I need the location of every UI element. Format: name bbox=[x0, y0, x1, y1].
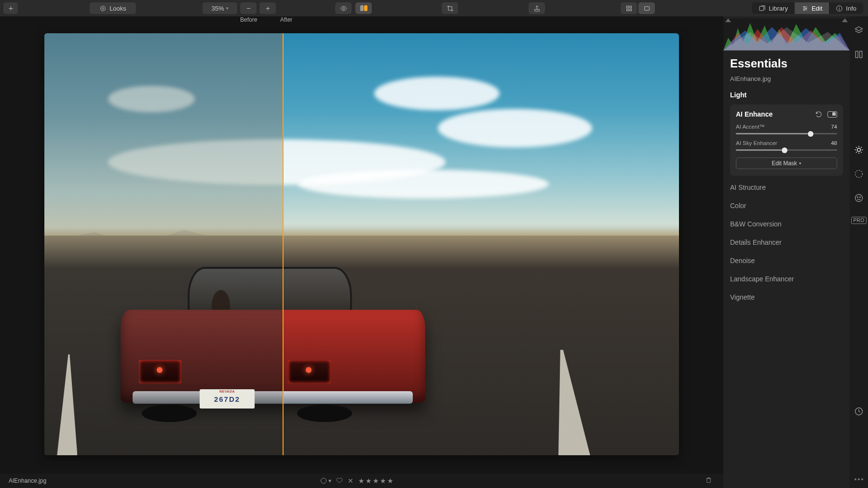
svg-rect-11 bbox=[626, 9, 628, 11]
single-view-button[interactable] bbox=[638, 2, 655, 14]
tool-rail: PRO bbox=[850, 16, 868, 488]
tab-library[interactable]: Library bbox=[752, 2, 795, 14]
top-toolbar: Looks 35% ▾ Library Edit bbox=[0, 0, 868, 16]
looks-button[interactable]: Looks bbox=[90, 2, 136, 14]
grid-view-button[interactable] bbox=[621, 2, 637, 14]
svg-rect-9 bbox=[626, 6, 628, 8]
ai-accent-slider[interactable]: AI Accent™ 74 bbox=[736, 124, 837, 134]
svg-point-38 bbox=[857, 197, 858, 198]
svg-point-37 bbox=[855, 195, 863, 202]
history-icon[interactable] bbox=[854, 406, 864, 417]
ai-sky-label: AI Sky Enhancer bbox=[736, 140, 777, 146]
svg-rect-24 bbox=[707, 478, 711, 482]
svg-line-35 bbox=[856, 152, 857, 153]
panel-title: Essentials bbox=[730, 57, 843, 70]
svg-point-39 bbox=[860, 197, 861, 198]
ai-enhance-panel: AI Enhance AI Accent™ 74 AI Sky Enhancer… bbox=[730, 105, 843, 176]
svg-point-27 bbox=[857, 148, 861, 152]
svg-rect-10 bbox=[629, 6, 631, 8]
section-ai-structure[interactable]: AI Structure bbox=[730, 184, 843, 191]
pro-badge: PRO bbox=[851, 217, 866, 224]
ai-sky-slider[interactable]: AI Sky Enhancer 48 bbox=[736, 140, 837, 151]
inspector-panel: Essentials AIEnhance.jpg Light AI Enhanc… bbox=[723, 16, 868, 488]
section-color[interactable]: Color bbox=[730, 202, 843, 210]
export-button[interactable] bbox=[529, 2, 545, 14]
section-landscape[interactable]: Landscape Enhancer bbox=[730, 275, 843, 283]
section-denoise[interactable]: Denoise bbox=[730, 257, 843, 264]
compare-icon bbox=[360, 5, 367, 11]
zoom-controls: 35% ▾ bbox=[203, 2, 276, 14]
ai-accent-value: 74 bbox=[831, 124, 837, 130]
ai-sky-value: 48 bbox=[831, 140, 837, 146]
svg-line-34 bbox=[861, 147, 862, 148]
mode-tabs: Library Edit Info bbox=[752, 2, 863, 14]
svg-rect-13 bbox=[644, 6, 649, 10]
more-menu-icon[interactable] bbox=[854, 478, 863, 480]
compare-split-handle[interactable] bbox=[283, 33, 284, 455]
star-rating[interactable]: ★★★★★ bbox=[358, 477, 394, 485]
footer-filename: AIEnhance.jpg bbox=[9, 477, 46, 484]
svg-rect-14 bbox=[760, 6, 764, 11]
looks-label: Looks bbox=[109, 5, 126, 12]
reject-button[interactable]: ✕ bbox=[348, 477, 353, 485]
image-canvas[interactable]: NEVADA 267D2 bbox=[44, 33, 679, 455]
zoom-value: 35% bbox=[211, 5, 224, 12]
svg-point-23 bbox=[840, 7, 840, 7]
svg-rect-26 bbox=[860, 51, 862, 57]
canvas-icon[interactable] bbox=[854, 49, 864, 60]
image-viewport: Before After bbox=[0, 16, 723, 474]
ai-accent-label: AI Accent™ bbox=[736, 124, 765, 130]
ai-enhance-toggle[interactable] bbox=[827, 111, 837, 118]
svg-point-3 bbox=[102, 7, 104, 9]
zoom-in-button[interactable] bbox=[259, 2, 276, 14]
favorite-button[interactable] bbox=[336, 477, 343, 485]
svg-rect-12 bbox=[629, 9, 631, 11]
preview-original-button[interactable] bbox=[335, 2, 352, 14]
svg-point-7 bbox=[342, 7, 344, 9]
compare-toggle-button[interactable] bbox=[355, 2, 372, 14]
crop-button[interactable] bbox=[442, 2, 458, 14]
tab-info[interactable]: Info bbox=[829, 2, 863, 14]
svg-rect-25 bbox=[855, 51, 858, 57]
sections-list: AI Structure Color B&W Conversion Detail… bbox=[730, 184, 843, 301]
panel-filename: AIEnhance.jpg bbox=[730, 75, 843, 82]
section-details[interactable]: Details Enhancer bbox=[730, 238, 843, 246]
before-scene-clip: NEVADA267D2 bbox=[44, 33, 283, 455]
ai-enhance-title[interactable]: AI Enhance bbox=[736, 110, 773, 118]
add-image-button[interactable] bbox=[3, 2, 18, 14]
essentials-tool-icon[interactable] bbox=[854, 145, 864, 155]
zoom-out-button[interactable] bbox=[240, 2, 257, 14]
edit-mask-button[interactable]: Edit Mask bbox=[736, 158, 837, 169]
section-vignette[interactable]: Vignette bbox=[730, 293, 843, 301]
rating-controls: ▾ ✕ ★★★★★ bbox=[321, 477, 394, 485]
footer-bar: AIEnhance.jpg ▾ ✕ ★★★★★ bbox=[0, 474, 723, 488]
creative-tool-icon[interactable] bbox=[854, 169, 864, 179]
svg-line-32 bbox=[856, 147, 857, 148]
svg-point-2 bbox=[101, 6, 106, 11]
svg-line-33 bbox=[861, 152, 862, 153]
svg-point-36 bbox=[855, 171, 863, 178]
compare-labels: Before After bbox=[0, 16, 723, 27]
tab-edit[interactable]: Edit bbox=[795, 2, 829, 14]
zoom-level-dropdown[interactable]: 35% ▾ bbox=[203, 2, 237, 14]
layers-icon[interactable] bbox=[854, 25, 864, 36]
histogram[interactable] bbox=[723, 18, 850, 50]
before-label: Before bbox=[240, 16, 257, 23]
delete-button[interactable] bbox=[705, 476, 712, 485]
after-label: After bbox=[280, 16, 292, 23]
section-bw[interactable]: B&W Conversion bbox=[730, 220, 843, 228]
section-light[interactable]: Light bbox=[730, 91, 843, 99]
color-label-button[interactable] bbox=[321, 478, 326, 484]
reset-ai-enhance-button[interactable] bbox=[815, 110, 823, 118]
portrait-tool-icon[interactable] bbox=[854, 193, 864, 203]
svg-rect-8 bbox=[534, 9, 539, 11]
